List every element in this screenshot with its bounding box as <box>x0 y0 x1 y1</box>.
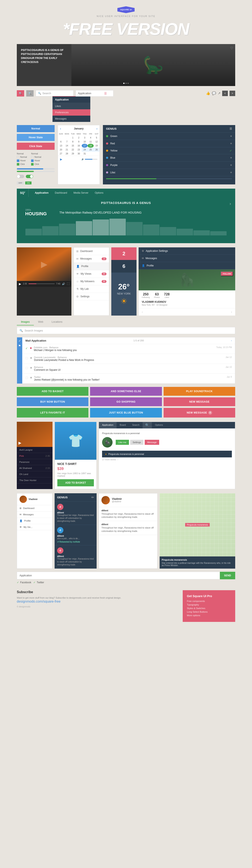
cal-d-29[interactable]: 29 <box>70 152 76 156</box>
genius-blue[interactable]: Blue + <box>103 154 235 161</box>
genius-plus-red[interactable]: + <box>230 142 232 146</box>
and-something-else-btn[interactable]: AND SOMETHING ELSE <box>90 387 162 396</box>
tab-options[interactable]: Options <box>152 422 166 428</box>
cal-d-2[interactable]: 2 <box>76 136 82 140</box>
checkbox-item-click[interactable]: Click <box>17 163 27 165</box>
nav-sidebar-messages[interactable]: ✉ Messages <box>17 512 52 518</box>
genius-lilac[interactable]: Lilac + <box>103 169 235 176</box>
cal-d-15[interactable]: 15 <box>70 144 76 148</box>
dropdown-messages[interactable]: Messages <box>53 116 90 122</box>
cal-d-22[interactable]: 22 <box>70 148 76 152</box>
hero-like-icon[interactable]: ♡ <box>230 46 233 50</box>
genius-green[interactable]: Green + <box>103 133 235 140</box>
play-soundtrack-btn[interactable]: PLAY SOUNDTRACK <box>164 387 235 396</box>
music-play-overlay[interactable]: ▶ <box>19 441 21 445</box>
twitter-checkbox[interactable]: ✓ Twitter <box>33 581 44 584</box>
app-dropdown[interactable]: Application ☰ <box>76 90 113 96</box>
track-5[interactable]: Oh Land <box>17 471 53 477</box>
genius-check-yellow[interactable]: ✓ <box>229 149 232 152</box>
cal-d-26[interactable]: 26 <box>94 148 100 152</box>
calendar-prev[interactable]: ‹ <box>60 127 61 130</box>
go-shopping-btn[interactable]: GO SHOPPING <box>90 397 162 406</box>
cal-d-12[interactable]: 12 <box>94 140 100 144</box>
vid-play-btn[interactable]: ▶ <box>19 282 21 285</box>
msg-text-field[interactable] <box>38 574 217 577</box>
video-play-icon[interactable]: ▶ <box>41 259 48 269</box>
buy-now-btn[interactable]: BUY NOW BUTTON <box>17 397 88 406</box>
dash-nav-application[interactable]: Application <box>32 189 52 197</box>
search-bar[interactable]: 🔍 Search <box>36 90 74 96</box>
new-message-btn-1[interactable]: NEW MESSAGE <box>164 397 235 406</box>
mail-item-1[interactable]: ✓ Dribbble.com · Behance Michael J Morga… <box>22 344 235 354</box>
cal-d-6[interactable]: 6 <box>58 140 64 144</box>
toggle-on[interactable] <box>26 175 33 178</box>
cal-d-16[interactable]: 16 <box>76 144 82 148</box>
checkbox-item-normal[interactable]: Normal <box>17 156 27 158</box>
cal-d-20[interactable]: 20 <box>58 148 64 152</box>
play-icon[interactable]: ▶ <box>60 158 62 161</box>
track-6[interactable]: The Deer Hunter <box>17 477 53 484</box>
cal-d-24[interactable]: 24 <box>82 148 88 152</box>
mail-check-icon[interactable]: ✓ <box>19 339 21 342</box>
nav-next-arrow[interactable]: > <box>229 91 235 96</box>
cal-d-28[interactable]: 28 <box>64 152 70 156</box>
cal-d-31[interactable]: 31 <box>82 152 88 156</box>
app-settings-messages[interactable]: ✉ Messages <box>139 255 235 262</box>
like-btn[interactable]: Like me <box>116 440 129 445</box>
genius-plus-green[interactable]: + <box>230 134 232 138</box>
sidebar-item-profile[interactable]: 👤 Profile <box>74 263 109 270</box>
cal-d-9[interactable]: 9 <box>76 140 82 144</box>
tab-application[interactable]: Application <box>99 422 116 428</box>
cal-d-19[interactable]: 19 <box>94 144 100 148</box>
thumbs-up-icon[interactable]: 👍 <box>206 91 210 95</box>
genius-hamburger-icon[interactable]: ☰ <box>229 127 232 130</box>
nav-prev-arrow[interactable]: < <box>222 91 228 96</box>
genius-red[interactable]: Red + <box>103 140 235 147</box>
settings-btn[interactable]: Settings <box>130 440 144 445</box>
cal-d-11[interactable]: 11 <box>88 140 93 144</box>
cal-d-17[interactable]: 17 <box>82 144 88 148</box>
facebook-checkbox[interactable]: ✓ Facebook <box>17 581 31 584</box>
mail-next-icon[interactable]: › <box>231 339 232 342</box>
vid-volume-icon[interactable]: 🔊 <box>62 282 65 285</box>
dashboard-arrow[interactable]: › <box>229 201 231 206</box>
track-2[interactable]: Pink 2:35 <box>17 453 53 459</box>
lets-favorite-btn[interactable]: LET'S FAVORITE IT <box>17 408 88 417</box>
add-to-basket-product-btn[interactable]: ADD TO BASKET <box>57 479 94 486</box>
dropdown-preferences[interactable]: Preferences <box>53 109 90 116</box>
mail-flag-icon[interactable]: ⚑ <box>18 344 21 347</box>
share-icon[interactable]: ↗ <box>218 91 221 95</box>
just-nice-blue-btn[interactable]: JUST NICE BLUE BUTTON <box>90 408 162 417</box>
genius-edit-icon[interactable]: ✏ <box>91 495 94 499</box>
tab-search[interactable]: Search <box>129 422 143 428</box>
cal-d-8[interactable]: 8 <box>70 140 76 144</box>
comment-icon[interactable]: 💬 <box>212 91 216 95</box>
cal-d-7[interactable]: 7 <box>64 140 70 144</box>
sidebar-item-messages[interactable]: ✉ Messages 18 <box>74 255 109 263</box>
checkbox-item-hover2[interactable]: Hover <box>31 159 41 162</box>
tab-web[interactable]: Web <box>34 319 47 326</box>
dropdown-likes[interactable]: Likes <box>53 103 90 109</box>
app-see-more[interactable]: 17 more words → <box>102 459 232 461</box>
nav-sidebar-profile-item[interactable]: 👤 Profile <box>17 518 52 524</box>
send-button[interactable]: SEND <box>220 572 235 579</box>
hero-dot-2[interactable] <box>125 83 127 84</box>
genius-purple[interactable]: Purple + <box>103 161 235 169</box>
hero-dot-1[interactable] <box>123 83 124 84</box>
dash-nav-media[interactable]: Media Server <box>71 189 91 197</box>
genius-plus-purple[interactable]: + <box>230 163 232 167</box>
hover-button[interactable]: Hover State <box>17 134 55 141</box>
tab-locations[interactable]: Locations <box>48 319 66 326</box>
follow-button[interactable]: FOLLOW <box>221 272 233 276</box>
calendar-next[interactable]: › <box>96 127 97 130</box>
click-button[interactable]: Click State <box>17 143 55 150</box>
checkbox-item-hover[interactable]: Hover <box>17 159 27 162</box>
cal-d-10[interactable]: 10 <box>82 140 88 144</box>
cal-d-4[interactable]: 4 <box>88 136 93 140</box>
nav-sidebar-dashboard[interactable]: ⊞ Dashboard <box>17 505 52 512</box>
message-btn[interactable]: Message <box>145 440 159 445</box>
profile-next-arrow[interactable]: › <box>231 310 232 314</box>
mail-item-4[interactable]: ☐ Twitter Jonno Riekwel (@jonnriek) is n… <box>22 374 235 383</box>
search-icon-gray[interactable]: 🔍 <box>26 90 34 96</box>
cal-d-13[interactable]: 13 <box>58 144 64 148</box>
